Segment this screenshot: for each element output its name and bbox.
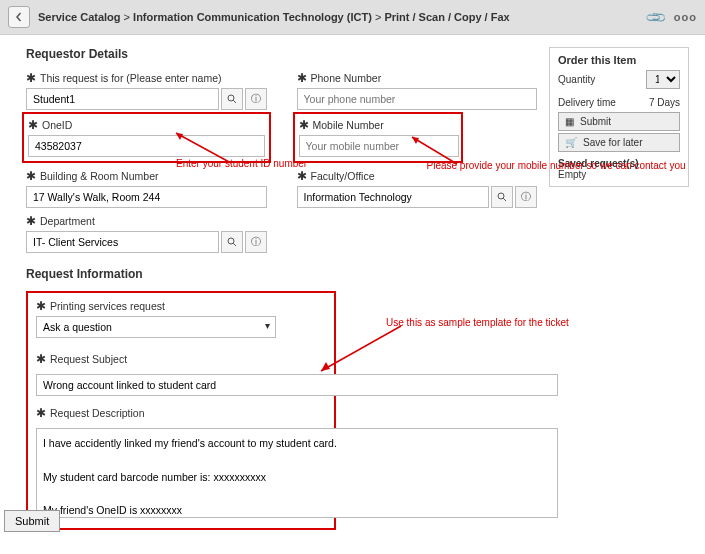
template-annotation: Use this as sample template for the tick…	[386, 317, 569, 328]
svg-line-7	[503, 198, 506, 201]
info-icon[interactable]: ⓘ	[245, 231, 267, 253]
request-info-highlight-box: ✱Printing services request Ask a questio…	[26, 291, 336, 530]
submit-icon: ▦	[565, 116, 574, 127]
oneid-highlight-box: ✱OneID	[22, 112, 271, 163]
request-information-heading: Request Information	[26, 267, 537, 281]
required-icon: ✱	[26, 169, 36, 183]
chevron-left-icon	[14, 12, 24, 22]
building-input[interactable]	[26, 186, 267, 208]
oneid-annotation: Enter your student ID number	[176, 158, 307, 169]
cart-icon: 🛒	[565, 137, 577, 148]
svg-point-0	[228, 95, 234, 101]
mobile-highlight-box: ✱Mobile Number	[293, 112, 463, 163]
info-icon[interactable]: ⓘ	[515, 186, 537, 208]
search-icon[interactable]	[221, 231, 243, 253]
oneid-input[interactable]	[28, 135, 265, 157]
svg-line-9	[233, 243, 236, 246]
breadcrumb-root[interactable]: Service Catalog	[38, 11, 121, 23]
breadcrumb-leaf: Print / Scan / Copy / Fax	[384, 11, 509, 23]
printing-select[interactable]: Ask a question	[36, 316, 276, 338]
required-icon: ✱	[299, 118, 309, 132]
topbar: Service Catalog > Information Communicat…	[0, 0, 705, 35]
search-icon[interactable]	[491, 186, 513, 208]
mobile-input[interactable]	[299, 135, 459, 157]
back-button[interactable]	[8, 6, 30, 28]
oneid-label: OneID	[42, 119, 72, 131]
info-icon[interactable]: ⓘ	[245, 88, 267, 110]
required-icon: ✱	[297, 169, 307, 183]
attachment-icon[interactable]: 📎	[644, 5, 667, 28]
required-icon: ✱	[297, 71, 307, 85]
request-for-input[interactable]	[26, 88, 219, 110]
mobile-label: Mobile Number	[313, 119, 384, 131]
svg-point-6	[498, 193, 504, 199]
phone-label: Phone Number	[311, 72, 382, 84]
faculty-input[interactable]	[297, 186, 490, 208]
required-icon: ✱	[36, 352, 46, 366]
department-label: Department	[40, 215, 95, 227]
breadcrumb-mid[interactable]: Information Communication Technology (IC…	[133, 11, 372, 23]
department-input[interactable]	[26, 231, 219, 253]
faculty-label: Faculty/Office	[311, 170, 375, 182]
footer-submit-button[interactable]: Submit	[4, 510, 60, 532]
description-label: Request Description	[50, 407, 145, 419]
delivery-value: 7 Days	[649, 97, 680, 108]
required-icon: ✱	[26, 71, 36, 85]
description-textarea[interactable]	[36, 428, 558, 518]
delivery-label: Delivery time	[558, 97, 616, 108]
required-icon: ✱	[36, 299, 46, 313]
svg-line-1	[233, 100, 236, 103]
sidebar-submit-button[interactable]: ▦ Submit	[558, 112, 680, 131]
breadcrumb: Service Catalog > Information Communicat…	[38, 11, 510, 23]
search-icon[interactable]	[221, 88, 243, 110]
svg-point-8	[228, 238, 234, 244]
request-for-label: This request is for (Please enter name)	[40, 72, 222, 84]
quantity-select[interactable]: 1	[646, 70, 680, 89]
quantity-label: Quantity	[558, 74, 595, 85]
order-title: Order this Item	[558, 54, 680, 66]
phone-input[interactable]	[297, 88, 538, 110]
subject-input[interactable]	[36, 374, 558, 396]
required-icon: ✱	[36, 406, 46, 420]
building-label: Building & Room Number	[40, 170, 158, 182]
save-for-later-button[interactable]: 🛒 Save for later	[558, 133, 680, 152]
more-icon[interactable]: ooo	[674, 11, 697, 23]
required-icon: ✱	[28, 118, 38, 132]
requestor-details-heading: Requestor Details	[26, 47, 537, 61]
required-icon: ✱	[26, 214, 36, 228]
printing-label: Printing services request	[50, 300, 165, 312]
subject-label: Request Subject	[50, 353, 127, 365]
